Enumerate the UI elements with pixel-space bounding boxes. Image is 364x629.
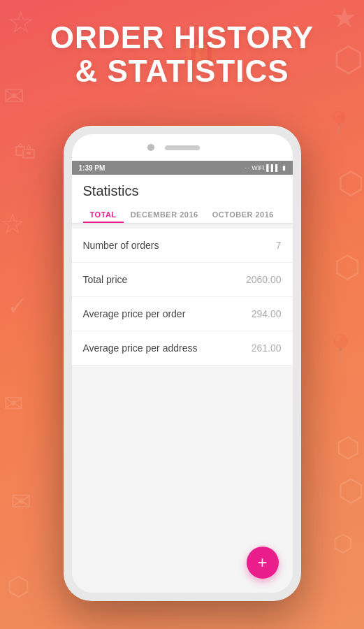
stat-label-avg-order: Average price per order — [83, 308, 186, 319]
stat-label-orders: Number of orders — [83, 240, 159, 251]
wifi-icon: WiFi — [252, 164, 264, 171]
tab-total[interactable]: TOTAL — [83, 206, 124, 223]
status-icons: ··· WiFi ▌▌▌ ▮ — [245, 164, 286, 171]
stat-value-avg-address: 261.00 — [252, 342, 282, 354]
stat-row-avg-order: Average price per order 294.00 — [72, 297, 293, 331]
stat-row-total: Total price 2060.00 — [72, 263, 293, 297]
stat-value-orders: 7 — [276, 240, 282, 251]
tab-september[interactable]: SEPTEM... — [281, 206, 282, 223]
tab-december[interactable]: DECEMBER 2016 — [124, 206, 205, 223]
status-time: 1:39 PM — [79, 164, 105, 172]
phone-screen: 1:39 PM ··· WiFi ▌▌▌ ▮ Statistics TOTAL … — [72, 161, 293, 593]
app-bar: Statistics TOTAL DECEMBER 2016 OCTOBER 2… — [72, 175, 293, 223]
tab-october[interactable]: OCTOBER 2016 — [205, 206, 281, 223]
stat-label-avg-address: Average price per address — [83, 342, 198, 354]
stat-row-avg-address: Average price per address 261.00 — [72, 331, 293, 366]
hero-title: ORDER HISTORY & STATISTICS — [0, 21, 364, 89]
stat-value-avg-order: 294.00 — [252, 308, 282, 319]
stat-label-total: Total price — [83, 274, 128, 285]
fab-add-button[interactable]: + — [247, 547, 279, 579]
phone-mockup: 1:39 PM ··· WiFi ▌▌▌ ▮ Statistics TOTAL … — [64, 126, 301, 601]
signal-dots: ··· — [245, 164, 250, 171]
stat-row-orders: Number of orders 7 — [72, 229, 293, 263]
signal-bars: ▌▌▌ — [266, 164, 279, 171]
stat-value-total: 2060.00 — [246, 274, 282, 285]
screen-title: Statistics — [83, 183, 282, 199]
status-bar: 1:39 PM ··· WiFi ▌▌▌ ▮ — [72, 161, 293, 175]
phone-camera — [147, 144, 154, 151]
stats-list: Number of orders 7 Total price 2060.00 A… — [72, 229, 293, 366]
phone-speaker — [165, 145, 200, 150]
tabs-row[interactable]: TOTAL DECEMBER 2016 OCTOBER 2016 SEPTEM.… — [83, 206, 282, 223]
battery-icon: ▮ — [282, 164, 286, 171]
